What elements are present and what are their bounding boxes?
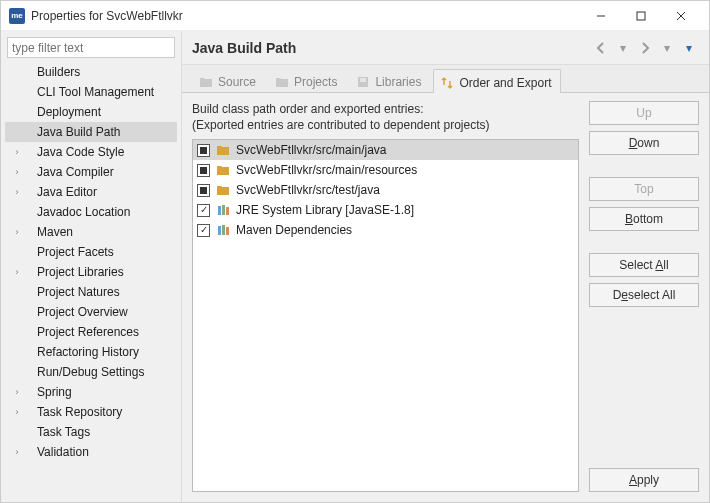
description: Build class path order and exported entr… bbox=[192, 101, 579, 133]
tree-item-cli-tool-management[interactable]: CLI Tool Management bbox=[5, 82, 177, 102]
tab-order-and-export[interactable]: Order and Export bbox=[433, 69, 561, 93]
deselect-all-button[interactable]: Deselect All bbox=[589, 283, 699, 307]
tree-item-validation[interactable]: ›Validation bbox=[5, 442, 177, 462]
tree-item-label: Task Repository bbox=[23, 405, 122, 419]
tree-item-label: Java Compiler bbox=[23, 165, 114, 179]
pkg-icon bbox=[216, 164, 230, 176]
lib-icon bbox=[216, 224, 230, 236]
entry-row[interactable]: SvcWebFtllvkr/src/main/java bbox=[193, 140, 578, 160]
tree-item-spring[interactable]: ›Spring bbox=[5, 382, 177, 402]
svg-rect-9 bbox=[226, 207, 229, 215]
tab-libraries[interactable]: Libraries bbox=[349, 68, 431, 92]
checkbox[interactable]: ✓ bbox=[197, 224, 210, 237]
svg-rect-7 bbox=[218, 206, 221, 215]
tree-item-deployment[interactable]: Deployment bbox=[5, 102, 177, 122]
tree-item-label: Javadoc Location bbox=[23, 205, 130, 219]
expand-icon: › bbox=[11, 147, 23, 157]
tree-item-project-libraries[interactable]: ›Project Libraries bbox=[5, 262, 177, 282]
entry-label: SvcWebFtllvkr/src/main/resources bbox=[236, 163, 417, 177]
tab-source[interactable]: Source bbox=[192, 68, 266, 92]
tab-label: Libraries bbox=[375, 75, 421, 89]
tree-item-label: Project Libraries bbox=[23, 265, 124, 279]
bottom-button[interactable]: Bottom bbox=[589, 207, 699, 231]
expand-icon: › bbox=[11, 447, 23, 457]
tab-label: Projects bbox=[294, 75, 337, 89]
content: Java Build Path ▾ ▾ ▾ SourceProjectsLibr… bbox=[181, 31, 709, 502]
svg-rect-10 bbox=[218, 226, 221, 235]
up-button[interactable]: Up bbox=[589, 101, 699, 125]
entry-row[interactable]: ✓JRE System Library [JavaSE-1.8] bbox=[193, 200, 578, 220]
expand-icon: › bbox=[11, 187, 23, 197]
description-line1: Build class path order and exported entr… bbox=[192, 101, 579, 117]
tree-item-project-facets[interactable]: Project Facets bbox=[5, 242, 177, 262]
tree-item-project-references[interactable]: Project References bbox=[5, 322, 177, 342]
folder-icon bbox=[199, 75, 213, 89]
filter-input[interactable] bbox=[7, 37, 175, 58]
checkbox[interactable] bbox=[197, 184, 210, 197]
titlebar: me Properties for SvcWebFtllvkr bbox=[1, 1, 709, 31]
sidebar: BuildersCLI Tool ManagementDeploymentJav… bbox=[1, 31, 181, 502]
entries-listbox[interactable]: SvcWebFtllvkr/src/main/javaSvcWebFtllvkr… bbox=[192, 139, 579, 492]
entry-row[interactable]: ✓Maven Dependencies bbox=[193, 220, 578, 240]
tree-item-label: Project Natures bbox=[23, 285, 120, 299]
main: BuildersCLI Tool ManagementDeploymentJav… bbox=[1, 31, 709, 502]
tree-item-java-code-style[interactable]: ›Java Code Style bbox=[5, 142, 177, 162]
tab-bar: SourceProjectsLibrariesOrder and Export bbox=[182, 65, 709, 93]
view-menu-caret[interactable]: ▾ bbox=[679, 38, 699, 58]
entry-label: Maven Dependencies bbox=[236, 223, 352, 237]
right-column: Up Down Top Bottom Select All Deselect A… bbox=[589, 101, 699, 492]
tree-item-label: Refactoring History bbox=[23, 345, 139, 359]
close-button[interactable] bbox=[661, 2, 701, 30]
svg-rect-1 bbox=[637, 12, 645, 20]
expand-icon: › bbox=[11, 387, 23, 397]
maximize-button[interactable] bbox=[621, 2, 661, 30]
tree-item-label: Run/Debug Settings bbox=[23, 365, 144, 379]
checkbox[interactable]: ✓ bbox=[197, 204, 210, 217]
apply-button[interactable]: Apply bbox=[589, 468, 699, 492]
back-button[interactable] bbox=[591, 38, 611, 58]
tree-item-label: Spring bbox=[23, 385, 72, 399]
entry-label: SvcWebFtllvkr/src/test/java bbox=[236, 183, 380, 197]
page-title: Java Build Path bbox=[192, 40, 589, 56]
tree-item-task-repository[interactable]: ›Task Repository bbox=[5, 402, 177, 422]
tree-item-label: Java Build Path bbox=[23, 125, 120, 139]
tree-item-java-compiler[interactable]: ›Java Compiler bbox=[5, 162, 177, 182]
category-tree[interactable]: BuildersCLI Tool ManagementDeploymentJav… bbox=[5, 62, 177, 498]
top-button[interactable]: Top bbox=[589, 177, 699, 201]
body-area: Build class path order and exported entr… bbox=[182, 93, 709, 502]
tree-item-java-build-path[interactable]: Java Build Path bbox=[5, 122, 177, 142]
tree-item-refactoring-history[interactable]: Refactoring History bbox=[5, 342, 177, 362]
entry-row[interactable]: SvcWebFtllvkr/src/main/resources bbox=[193, 160, 578, 180]
entry-row[interactable]: SvcWebFtllvkr/src/test/java bbox=[193, 180, 578, 200]
tree-item-java-editor[interactable]: ›Java Editor bbox=[5, 182, 177, 202]
forward-menu-caret[interactable]: ▾ bbox=[657, 38, 677, 58]
content-header: Java Build Path ▾ ▾ ▾ bbox=[182, 31, 709, 65]
select-all-button[interactable]: Select All bbox=[589, 253, 699, 277]
forward-button[interactable] bbox=[635, 38, 655, 58]
tab-label: Order and Export bbox=[459, 76, 551, 90]
minimize-button[interactable] bbox=[581, 2, 621, 30]
checkbox[interactable] bbox=[197, 144, 210, 157]
expand-icon: › bbox=[11, 407, 23, 417]
svg-rect-12 bbox=[226, 227, 229, 235]
entry-label: SvcWebFtllvkr/src/main/java bbox=[236, 143, 386, 157]
svg-rect-11 bbox=[222, 225, 225, 235]
tab-projects[interactable]: Projects bbox=[268, 68, 347, 92]
tree-item-task-tags[interactable]: Task Tags bbox=[5, 422, 177, 442]
pkg-icon bbox=[216, 184, 230, 196]
order-icon bbox=[440, 76, 454, 90]
tab-label: Source bbox=[218, 75, 256, 89]
tree-item-label: Project Facets bbox=[23, 245, 114, 259]
tree-item-label: Maven bbox=[23, 225, 73, 239]
tree-item-maven[interactable]: ›Maven bbox=[5, 222, 177, 242]
tree-item-javadoc-location[interactable]: Javadoc Location bbox=[5, 202, 177, 222]
tree-item-project-natures[interactable]: Project Natures bbox=[5, 282, 177, 302]
back-menu-caret[interactable]: ▾ bbox=[613, 38, 633, 58]
down-button[interactable]: Down bbox=[589, 131, 699, 155]
tree-item-project-overview[interactable]: Project Overview bbox=[5, 302, 177, 322]
tree-item-run-debug-settings[interactable]: Run/Debug Settings bbox=[5, 362, 177, 382]
tree-item-label: Task Tags bbox=[23, 425, 90, 439]
expand-icon: › bbox=[11, 167, 23, 177]
checkbox[interactable] bbox=[197, 164, 210, 177]
tree-item-builders[interactable]: Builders bbox=[5, 62, 177, 82]
